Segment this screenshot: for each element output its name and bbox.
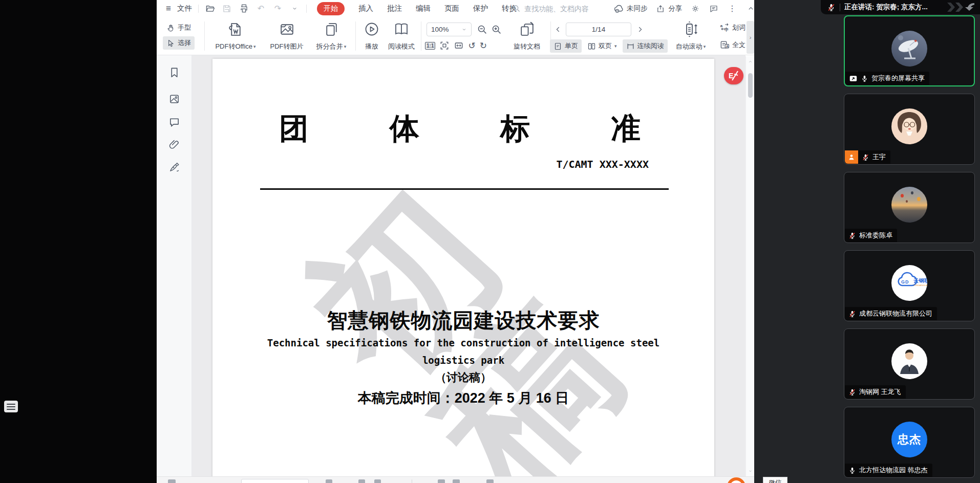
participant-label: 成都云钢联物流有限公司 bbox=[845, 307, 937, 320]
save-icon[interactable] bbox=[222, 3, 232, 14]
tab-annotate[interactable]: 批注 bbox=[387, 4, 402, 13]
split-merge-icon bbox=[323, 21, 340, 38]
rotate-document-button[interactable]: 旋转文档 bbox=[509, 20, 545, 52]
fit-page-icon[interactable] bbox=[439, 40, 450, 51]
more-kebab-icon[interactable]: ⋮ bbox=[727, 3, 738, 14]
global-search[interactable] bbox=[512, 0, 596, 17]
collapse-ribbon-icon[interactable] bbox=[745, 3, 755, 14]
actual-size-button[interactable]: 1:1 bbox=[425, 42, 435, 50]
continuous-read-button[interactable]: 连续阅读 bbox=[623, 39, 668, 53]
pdf-to-image-icon bbox=[279, 21, 295, 38]
share-label[interactable]: 分享 bbox=[669, 4, 683, 13]
divider bbox=[198, 5, 199, 13]
search-input[interactable] bbox=[524, 5, 596, 13]
document-title-cn: 智慧钢铁物流园建设技术要求 bbox=[212, 306, 714, 335]
print-icon[interactable] bbox=[239, 3, 249, 14]
undo-icon[interactable]: ↶ bbox=[255, 3, 266, 14]
header-rule bbox=[260, 188, 669, 190]
share-icon[interactable] bbox=[655, 3, 666, 14]
status-icon[interactable] bbox=[438, 479, 445, 483]
scroll-up-icon[interactable] bbox=[748, 59, 753, 64]
attachment-icon[interactable] bbox=[167, 138, 181, 151]
signature-icon[interactable] bbox=[167, 160, 181, 173]
zoom-out-icon[interactable] bbox=[477, 24, 487, 35]
hamburger-menu-icon[interactable]: ≡ bbox=[166, 4, 171, 14]
full-translate-button[interactable]: A 全文 bbox=[720, 39, 745, 51]
bookmark-icon[interactable] bbox=[167, 65, 181, 79]
status-icon[interactable] bbox=[326, 479, 332, 483]
speaking-banner: 正在讲话: 贺宗春; 京东方... bbox=[821, 0, 980, 14]
zoom-in-icon[interactable] bbox=[491, 24, 502, 35]
menu-bar: ≡ 文件 ↶ ↷ 开始 插入 批注 编辑 页面 保护 转换 bbox=[157, 0, 754, 17]
redo-icon[interactable]: ↷ bbox=[272, 3, 283, 14]
quickbar-dropdown-icon[interactable] bbox=[289, 3, 300, 14]
mic-muted-icon bbox=[848, 232, 856, 239]
status-search-box[interactable] bbox=[241, 479, 309, 483]
rotate-document-icon bbox=[519, 21, 536, 38]
rotate-left-icon[interactable]: ↺ bbox=[468, 41, 475, 50]
participant-label: 淘钢网 王龙飞 bbox=[845, 385, 906, 399]
svg-text:D: D bbox=[905, 279, 909, 284]
tab-page[interactable]: 页面 bbox=[444, 4, 459, 13]
mic-on-icon bbox=[861, 75, 868, 82]
hand-tool-button[interactable]: 手型 bbox=[163, 21, 195, 34]
file-menu[interactable]: 文件 bbox=[177, 4, 192, 13]
screen-share-icon bbox=[849, 74, 858, 83]
tab-insert[interactable]: 插入 bbox=[358, 4, 373, 13]
document-canvas: 初 稿 团 体 标 准 T/CAMT XXX-XXXX 智慧钢铁物流园建设技术要… bbox=[192, 55, 745, 476]
panel-expand-handle[interactable]: › bbox=[747, 21, 754, 54]
participant-tiles: 贺宗春的屏幕共享 bbox=[844, 15, 975, 478]
participant-tile[interactable]: 王宇 bbox=[844, 94, 975, 165]
pdf-to-office-button[interactable]: PDF转Office▾ bbox=[210, 20, 261, 52]
status-icon[interactable] bbox=[453, 479, 460, 483]
participant-tile[interactable]: 贺宗春的屏幕共享 bbox=[844, 15, 975, 86]
split-merge-button[interactable]: 拆分合并▾ bbox=[311, 20, 351, 52]
ribbon-tabs: 开始 插入 批注 编辑 页面 保护 转换 bbox=[317, 2, 517, 15]
auto-scroll-button[interactable]: 自动滚动▾ bbox=[671, 20, 711, 52]
mic-muted-icon bbox=[848, 388, 856, 396]
comment-panel-icon[interactable] bbox=[167, 115, 181, 128]
next-page-icon[interactable] bbox=[636, 26, 644, 33]
double-page-button[interactable]: 双页▾ bbox=[584, 39, 621, 53]
desktop-left-strip bbox=[0, 0, 157, 483]
participant-tile[interactable]: 淘钢网 王龙飞 bbox=[844, 328, 975, 400]
cloud-sync-icon[interactable] bbox=[613, 3, 624, 14]
read-mode-button[interactable]: 阅读模式 bbox=[385, 20, 418, 52]
muted-mic-icon[interactable] bbox=[827, 3, 836, 12]
status-thumbnail-icon[interactable] bbox=[168, 479, 176, 483]
meeting-window: 正在讲话: 贺宗春; 京东方... bbox=[754, 0, 980, 483]
participant-tile[interactable]: 忠杰 北方恒达物流园 韩忠杰 bbox=[844, 407, 975, 478]
tab-protect[interactable]: 保护 bbox=[473, 4, 488, 13]
play-button[interactable]: 播放 bbox=[359, 20, 384, 52]
select-tool-button[interactable]: 选择 bbox=[163, 36, 195, 50]
scrollbar-thumb[interactable] bbox=[748, 73, 753, 98]
participant-tile[interactable]: 标准委陈卓 bbox=[844, 172, 975, 243]
outline-toggle-button[interactable] bbox=[4, 401, 18, 412]
single-page-button[interactable]: 单页 bbox=[550, 39, 582, 53]
draft-note: （讨论稿） bbox=[212, 370, 714, 385]
wechat-taskbar-chip[interactable]: 微信 bbox=[763, 477, 787, 483]
menu-left-cluster: ≡ 文件 ↶ ↷ 开始 插入 批注 编辑 页面 保护 转换 bbox=[166, 0, 517, 17]
participant-tile[interactable]: G D 云钢联 YUNGANGLIAN 成都云钢联物流有限公司 bbox=[844, 250, 975, 321]
participant-label: 王宇 bbox=[845, 150, 890, 164]
open-file-icon[interactable] bbox=[205, 3, 216, 14]
ez-floating-badge[interactable]: E bbox=[724, 67, 743, 84]
status-icon[interactable] bbox=[374, 479, 381, 483]
tab-edit[interactable]: 编辑 bbox=[416, 4, 431, 13]
scroll-down-icon[interactable] bbox=[748, 469, 753, 473]
word-translate-button[interactable]: a中 划词 bbox=[720, 21, 745, 33]
overlay-arrows-icon[interactable] bbox=[946, 2, 976, 12]
status-icon[interactable] bbox=[358, 479, 365, 483]
fit-width-icon[interactable] bbox=[454, 40, 464, 51]
status-icon[interactable] bbox=[486, 479, 494, 483]
page-number-input[interactable] bbox=[566, 23, 631, 36]
pdf-to-image-button[interactable]: PDF转图片 bbox=[263, 20, 310, 52]
tab-home[interactable]: 开始 bbox=[317, 2, 345, 15]
gear-icon[interactable] bbox=[690, 3, 701, 14]
image-panel-icon[interactable] bbox=[167, 92, 181, 105]
previous-page-icon[interactable] bbox=[555, 26, 562, 33]
feedback-comment-icon[interactable] bbox=[709, 3, 719, 14]
zoom-level-select[interactable]: 100% bbox=[427, 23, 472, 36]
vertical-scrollbar[interactable] bbox=[745, 56, 754, 476]
rotate-right-icon[interactable]: ↻ bbox=[480, 41, 487, 50]
